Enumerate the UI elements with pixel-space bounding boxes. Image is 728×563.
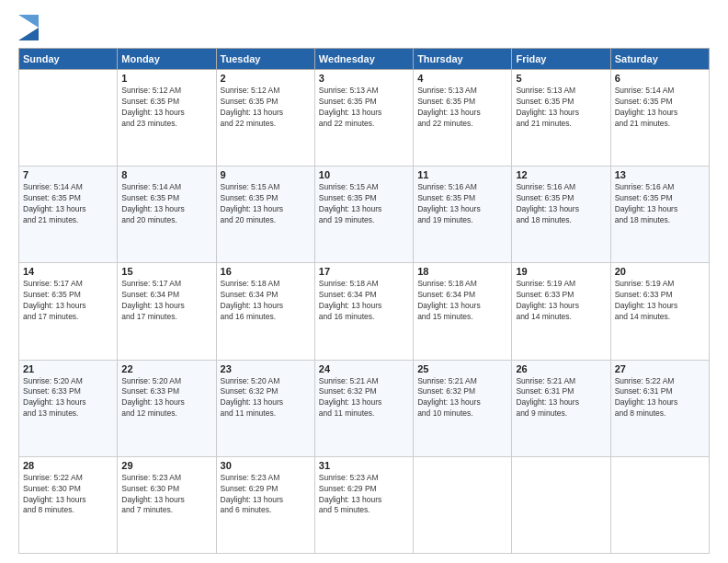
col-header-tuesday: Tuesday (216, 49, 314, 70)
day-number: 30 (221, 460, 311, 471)
day-number: 28 (23, 460, 113, 471)
day-info: Sunrise: 5:20 AM Sunset: 6:33 PM Dayligh… (121, 376, 211, 420)
day-number: 1 (121, 73, 211, 84)
day-cell: 10Sunrise: 5:15 AM Sunset: 6:35 PM Dayli… (314, 167, 413, 263)
day-cell: 14Sunrise: 5:17 AM Sunset: 6:35 PM Dayli… (19, 263, 118, 360)
day-info: Sunrise: 5:23 AM Sunset: 6:30 PM Dayligh… (121, 473, 211, 517)
day-info: Sunrise: 5:12 AM Sunset: 6:35 PM Dayligh… (221, 86, 311, 130)
day-cell: 5Sunrise: 5:13 AM Sunset: 6:35 PM Daylig… (512, 70, 610, 167)
day-info: Sunrise: 5:15 AM Sunset: 6:35 PM Dayligh… (221, 182, 311, 226)
day-info: Sunrise: 5:22 AM Sunset: 6:30 PM Dayligh… (23, 473, 113, 517)
week-row-4: 21Sunrise: 5:20 AM Sunset: 6:33 PM Dayli… (19, 360, 710, 456)
day-cell: 7Sunrise: 5:14 AM Sunset: 6:35 PM Daylig… (19, 167, 118, 263)
day-info: Sunrise: 5:18 AM Sunset: 6:34 PM Dayligh… (417, 279, 507, 323)
col-header-sunday: Sunday (19, 49, 118, 70)
day-info: Sunrise: 5:13 AM Sunset: 6:35 PM Dayligh… (516, 86, 606, 130)
day-cell: 18Sunrise: 5:18 AM Sunset: 6:34 PM Dayli… (414, 263, 512, 360)
day-cell: 3Sunrise: 5:13 AM Sunset: 6:35 PM Daylig… (314, 70, 413, 167)
header-row: SundayMondayTuesdayWednesdayThursdayFrid… (19, 49, 710, 70)
day-info: Sunrise: 5:18 AM Sunset: 6:34 PM Dayligh… (319, 279, 409, 323)
day-number: 17 (319, 266, 409, 277)
col-header-thursday: Thursday (414, 49, 512, 70)
day-cell: 25Sunrise: 5:21 AM Sunset: 6:32 PM Dayli… (414, 360, 512, 456)
day-info: Sunrise: 5:18 AM Sunset: 6:34 PM Dayligh… (221, 279, 311, 323)
day-info: Sunrise: 5:13 AM Sunset: 6:35 PM Dayligh… (417, 86, 507, 130)
day-cell: 13Sunrise: 5:16 AM Sunset: 6:35 PM Dayli… (610, 167, 709, 263)
day-number: 11 (417, 169, 507, 180)
day-info: Sunrise: 5:20 AM Sunset: 6:32 PM Dayligh… (221, 376, 311, 420)
day-number: 20 (615, 266, 705, 277)
day-cell: 29Sunrise: 5:23 AM Sunset: 6:30 PM Dayli… (118, 456, 216, 553)
day-cell: 30Sunrise: 5:23 AM Sunset: 6:29 PM Dayli… (216, 456, 314, 553)
day-info: Sunrise: 5:21 AM Sunset: 6:32 PM Dayligh… (319, 376, 409, 420)
day-cell: 2Sunrise: 5:12 AM Sunset: 6:35 PM Daylig… (216, 70, 314, 167)
day-number: 7 (23, 169, 113, 180)
day-number: 22 (121, 363, 211, 374)
day-number: 27 (615, 363, 705, 374)
day-cell: 21Sunrise: 5:20 AM Sunset: 6:33 PM Dayli… (19, 360, 118, 456)
day-number: 9 (221, 169, 311, 180)
logo (18, 15, 41, 40)
day-cell: 11Sunrise: 5:16 AM Sunset: 6:35 PM Dayli… (414, 167, 512, 263)
svg-marker-0 (18, 28, 39, 40)
day-number: 13 (615, 169, 705, 180)
day-info: Sunrise: 5:23 AM Sunset: 6:29 PM Dayligh… (221, 473, 311, 517)
day-info: Sunrise: 5:22 AM Sunset: 6:31 PM Dayligh… (615, 376, 705, 420)
day-number: 10 (319, 169, 409, 180)
day-number: 2 (221, 73, 311, 84)
day-number: 6 (615, 73, 705, 84)
day-cell: 12Sunrise: 5:16 AM Sunset: 6:35 PM Dayli… (512, 167, 610, 263)
day-cell: 1Sunrise: 5:12 AM Sunset: 6:35 PM Daylig… (118, 70, 216, 167)
day-info: Sunrise: 5:14 AM Sunset: 6:35 PM Dayligh… (615, 86, 705, 130)
day-cell (414, 456, 512, 553)
day-number: 26 (516, 363, 606, 374)
day-info: Sunrise: 5:21 AM Sunset: 6:31 PM Dayligh… (516, 376, 606, 420)
day-cell: 6Sunrise: 5:14 AM Sunset: 6:35 PM Daylig… (610, 70, 709, 167)
day-cell: 27Sunrise: 5:22 AM Sunset: 6:31 PM Dayli… (610, 360, 709, 456)
day-number: 21 (23, 363, 113, 374)
day-info: Sunrise: 5:20 AM Sunset: 6:33 PM Dayligh… (23, 376, 113, 420)
day-cell (610, 456, 709, 553)
header (18, 15, 710, 40)
day-info: Sunrise: 5:23 AM Sunset: 6:29 PM Dayligh… (319, 473, 409, 517)
day-cell (19, 70, 118, 167)
day-number: 23 (221, 363, 311, 374)
day-cell: 19Sunrise: 5:19 AM Sunset: 6:33 PM Dayli… (512, 263, 610, 360)
col-header-wednesday: Wednesday (314, 49, 413, 70)
day-cell: 28Sunrise: 5:22 AM Sunset: 6:30 PM Dayli… (19, 456, 118, 553)
day-info: Sunrise: 5:21 AM Sunset: 6:32 PM Dayligh… (417, 376, 507, 420)
day-cell: 24Sunrise: 5:21 AM Sunset: 6:32 PM Dayli… (314, 360, 413, 456)
day-number: 29 (121, 460, 211, 471)
week-row-1: 1Sunrise: 5:12 AM Sunset: 6:35 PM Daylig… (19, 70, 710, 167)
day-number: 5 (516, 73, 606, 84)
day-info: Sunrise: 5:12 AM Sunset: 6:35 PM Dayligh… (121, 86, 211, 130)
day-cell: 26Sunrise: 5:21 AM Sunset: 6:31 PM Dayli… (512, 360, 610, 456)
week-row-2: 7Sunrise: 5:14 AM Sunset: 6:35 PM Daylig… (19, 167, 710, 263)
week-row-5: 28Sunrise: 5:22 AM Sunset: 6:30 PM Dayli… (19, 456, 710, 553)
col-header-friday: Friday (512, 49, 610, 70)
day-cell: 9Sunrise: 5:15 AM Sunset: 6:35 PM Daylig… (216, 167, 314, 263)
day-cell: 17Sunrise: 5:18 AM Sunset: 6:34 PM Dayli… (314, 263, 413, 360)
day-cell: 31Sunrise: 5:23 AM Sunset: 6:29 PM Dayli… (314, 456, 413, 553)
day-number: 8 (121, 169, 211, 180)
day-number: 19 (516, 266, 606, 277)
day-cell: 15Sunrise: 5:17 AM Sunset: 6:34 PM Dayli… (118, 263, 216, 360)
day-cell: 8Sunrise: 5:14 AM Sunset: 6:35 PM Daylig… (118, 167, 216, 263)
col-header-monday: Monday (118, 49, 216, 70)
day-cell: 4Sunrise: 5:13 AM Sunset: 6:35 PM Daylig… (414, 70, 512, 167)
day-info: Sunrise: 5:15 AM Sunset: 6:35 PM Dayligh… (319, 182, 409, 226)
day-info: Sunrise: 5:14 AM Sunset: 6:35 PM Dayligh… (23, 182, 113, 226)
day-number: 25 (417, 363, 507, 374)
calendar-table: SundayMondayTuesdayWednesdayThursdayFrid… (18, 48, 710, 554)
day-number: 4 (417, 73, 507, 84)
day-info: Sunrise: 5:17 AM Sunset: 6:34 PM Dayligh… (121, 279, 211, 323)
day-info: Sunrise: 5:13 AM Sunset: 6:35 PM Dayligh… (319, 86, 409, 130)
day-cell: 16Sunrise: 5:18 AM Sunset: 6:34 PM Dayli… (216, 263, 314, 360)
day-number: 16 (221, 266, 311, 277)
day-cell: 22Sunrise: 5:20 AM Sunset: 6:33 PM Dayli… (118, 360, 216, 456)
day-cell: 20Sunrise: 5:19 AM Sunset: 6:33 PM Dayli… (610, 263, 709, 360)
day-number: 15 (121, 266, 211, 277)
day-number: 31 (319, 460, 409, 471)
day-info: Sunrise: 5:19 AM Sunset: 6:33 PM Dayligh… (516, 279, 606, 323)
day-number: 3 (319, 73, 409, 84)
